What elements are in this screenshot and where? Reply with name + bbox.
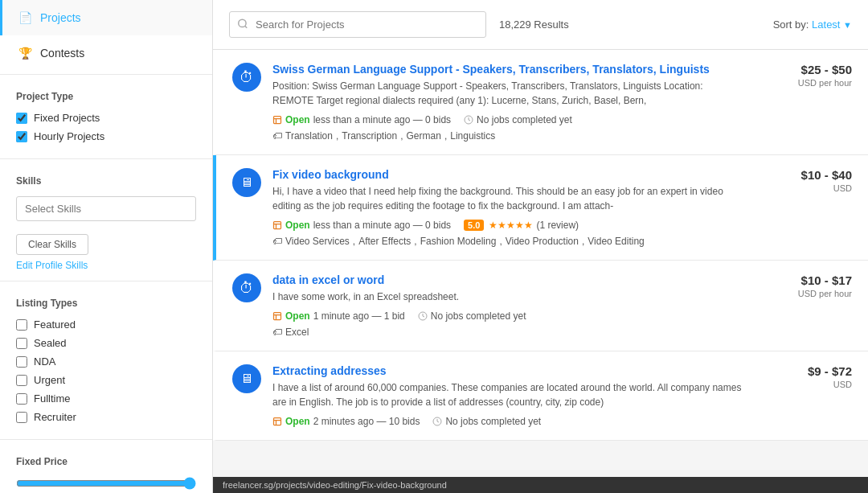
project-price: $10 - $40 USD <box>755 168 852 247</box>
sealed-option[interactable]: Sealed <box>16 337 196 349</box>
project-meta: Open 2 minutes ago — 10 bids No jobs com… <box>272 416 744 427</box>
project-type-section: Project Type Fixed Projects Hourly Proje… <box>0 78 212 155</box>
nda-checkbox[interactable] <box>16 356 27 368</box>
project-desc: Hi, I have a video that I need help fixi… <box>272 184 744 213</box>
skills-section: Skills Clear Skills Edit Profile Skills <box>0 162 212 277</box>
project-body: Fix video background Hi, I have a video … <box>272 168 744 247</box>
clock-icon: ⏱ <box>232 63 261 92</box>
jobs-completed: No jobs completed yet <box>432 416 541 427</box>
project-desc: I have a list of around 60,000 companies… <box>272 380 744 409</box>
project-card[interactable]: ⏱ Swiss German Language Support - Speake… <box>213 50 868 155</box>
results-count: 18,229 Results <box>499 18 760 31</box>
sidebar: 📄 Projects 🏆 Contests Project Type Fixed… <box>0 0 213 493</box>
contests-icon: 🏆 <box>18 47 32 60</box>
sidebar-item-contests[interactable]: 🏆 Contests <box>0 35 212 71</box>
tag-icon: 🏷 <box>272 236 282 247</box>
skills-input[interactable] <box>16 196 196 221</box>
sidebar-item-projects[interactable]: 📄 Projects <box>0 0 212 35</box>
jobs-completed: No jobs completed yet <box>464 114 572 125</box>
bottom-bar: freelancer.sg/projects/video-editing/Fix… <box>213 477 868 493</box>
urgent-label: Urgent <box>34 374 65 386</box>
project-title: Swiss German Language Support - Speakers… <box>272 63 744 76</box>
price-amount: $25 - $50 <box>755 63 852 76</box>
fulltime-option[interactable]: Fulltime <box>16 392 196 405</box>
tag: After Effects <box>358 236 411 247</box>
monitor-icon: 🖥 <box>232 168 261 197</box>
svg-point-0 <box>239 19 246 27</box>
sort-control: Sort by: Latest ▼ <box>773 18 852 31</box>
tag: Excel <box>285 327 309 338</box>
search-input[interactable] <box>229 11 486 38</box>
review-count: (1 review) <box>536 220 579 231</box>
project-meta: Open 1 minute ago — 1 bid No jobs comple… <box>272 310 744 322</box>
project-title: data in excel or word <box>272 273 744 286</box>
search-bar-row: 18,229 Results Sort by: Latest ▼ <box>213 0 868 50</box>
project-list: ⏱ Swiss German Language Support - Speake… <box>213 50 868 477</box>
project-price: $9 - $72 USD <box>755 364 852 427</box>
fulltime-label: Fulltime <box>34 392 71 405</box>
sealed-checkbox[interactable] <box>16 338 27 349</box>
price-amount: $9 - $72 <box>755 364 852 378</box>
featured-option[interactable]: Featured <box>16 318 196 331</box>
project-meta: Open less than a minute ago — 0 bids 5.0… <box>272 220 744 231</box>
fixed-projects-option[interactable]: Fixed Projects <box>16 112 196 124</box>
fixed-price-slider[interactable] <box>16 477 196 490</box>
tag: Video Production <box>506 236 579 247</box>
fixed-price-section: Fixed Price $1 - $10000 <box>0 443 212 493</box>
status-time: Open 1 minute ago — 1 bid <box>272 310 405 322</box>
project-card[interactable]: 🖥 Extracting addresses I have a list of … <box>213 351 868 441</box>
tag: Transcription <box>342 130 397 142</box>
project-card[interactable]: ⏱ data in excel or word I have some work… <box>213 261 868 351</box>
clock-icon: ⏱ <box>232 273 261 302</box>
hourly-projects-checkbox[interactable] <box>16 131 27 142</box>
tag: Linguistics <box>450 130 495 142</box>
tags-row: 🏷Video Services, After Effects, Fashion … <box>272 236 744 247</box>
fixed-price-title: Fixed Price <box>16 456 196 467</box>
fixed-projects-checkbox[interactable] <box>16 113 27 124</box>
status-badge: Open <box>285 310 310 322</box>
sort-chevron-icon[interactable]: ▼ <box>843 20 852 30</box>
tags-row: 🏷Excel <box>272 327 744 338</box>
main-content: 18,229 Results Sort by: Latest ▼ ⏱ Swiss… <box>213 0 868 493</box>
project-title: Extracting addresses <box>272 364 744 377</box>
sealed-label: Sealed <box>34 337 66 349</box>
nda-option[interactable]: NDA <box>16 355 196 368</box>
edit-profile-link[interactable]: Edit Profile Skills <box>16 260 196 271</box>
urgent-option[interactable]: Urgent <box>16 374 196 386</box>
hourly-projects-option[interactable]: Hourly Projects <box>16 130 196 142</box>
price-amount: $10 - $17 <box>755 273 852 287</box>
recruiter-checkbox[interactable] <box>16 412 27 423</box>
monitor-icon: 🖥 <box>232 364 261 393</box>
tag: German <box>407 130 441 142</box>
tag: Translation <box>285 130 333 142</box>
sort-label: Sort by: <box>773 18 809 31</box>
sort-value[interactable]: Latest <box>812 18 840 31</box>
fulltime-checkbox[interactable] <box>16 393 27 405</box>
project-meta: Open less than a minute ago — 0 bids No … <box>272 114 744 125</box>
status-time: Open less than a minute ago — 0 bids <box>272 114 451 125</box>
rating-row: 5.0★★★★★ (1 review) <box>464 220 579 231</box>
skills-title: Skills <box>16 175 196 187</box>
listing-types-title: Listing Types <box>16 298 196 309</box>
rating-badge: 5.0 <box>464 220 484 231</box>
price-amount: $10 - $40 <box>755 168 852 182</box>
recruiter-option[interactable]: Recruiter <box>16 411 196 423</box>
urgent-checkbox[interactable] <box>16 375 27 386</box>
project-card[interactable]: 🖥 Fix video background Hi, I have a vide… <box>213 155 868 261</box>
featured-checkbox[interactable] <box>16 319 27 331</box>
project-body: Swiss German Language Support - Speakers… <box>272 63 744 142</box>
price-unit: USD per hour <box>755 78 852 88</box>
sidebar-contests-label: Contests <box>40 47 84 60</box>
fixed-projects-label: Fixed Projects <box>34 112 100 124</box>
status-time: Open less than a minute ago — 0 bids <box>272 220 451 231</box>
project-title: Fix video background <box>272 168 744 181</box>
tag-icon: 🏷 <box>272 130 282 142</box>
price-unit: USD <box>755 380 852 389</box>
star-icon: ★★★★★ <box>489 220 533 231</box>
status-badge: Open <box>285 114 310 125</box>
price-unit: USD per hour <box>755 289 852 298</box>
price-unit: USD <box>755 183 852 193</box>
tag-icon: 🏷 <box>272 327 282 338</box>
search-icon <box>237 18 248 31</box>
clear-skills-button[interactable]: Clear Skills <box>16 234 88 255</box>
